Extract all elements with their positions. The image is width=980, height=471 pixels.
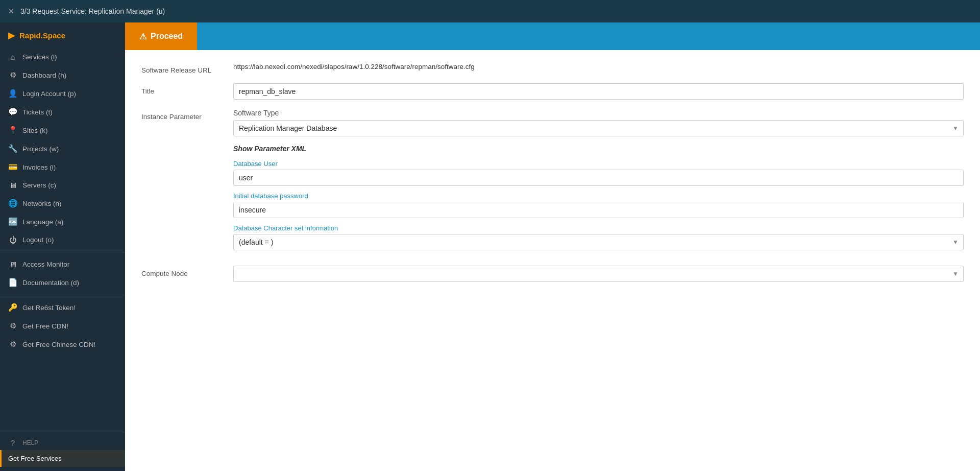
sidebar-item-label: Servers (c) <box>22 181 56 189</box>
db-user-label: Database User <box>233 160 964 168</box>
db-password-input[interactable] <box>233 202 964 218</box>
title-row: Title <box>141 83 964 100</box>
language-icon: 🔤 <box>8 217 17 226</box>
get-free-services-label: Get Free Services <box>8 455 62 462</box>
db-user-input[interactable] <box>233 170 964 186</box>
sidebar-item-tickets[interactable]: 💬 Tickets (t) <box>0 103 125 121</box>
software-release-url-label: Software Release URL <box>141 62 233 74</box>
sidebar-item-label: Projects (w) <box>22 145 59 153</box>
sidebar-item-language[interactable]: 🔤 Language (a) <box>0 213 125 231</box>
sidebar-item-label: Documentation (d) <box>22 279 79 287</box>
db-password-field: Initial database password <box>233 192 964 218</box>
sidebar: ▶ Rapid.Space ⌂ Services (l) ⚙ Dashboard… <box>0 22 125 471</box>
help-label: HELP <box>22 439 38 446</box>
compute-node-select-wrap: ▼ <box>233 266 964 282</box>
sidebar-item-help: ? HELP <box>0 435 125 450</box>
sidebar-item-label: Tickets (t) <box>22 108 53 116</box>
card-icon: 💳 <box>8 162 17 172</box>
top-bar: ✕ 3/3 Request Service: Replication Manag… <box>0 0 980 22</box>
power-icon: ⏻ <box>8 236 17 244</box>
sidebar-item-label: Services (l) <box>22 53 57 61</box>
network-icon: 🌐 <box>8 199 17 208</box>
sidebar-item-label: Invoices (i) <box>22 163 56 171</box>
compute-node-row: Compute Node ▼ <box>141 266 964 282</box>
proceed-button-label: Proceed <box>151 32 183 41</box>
instance-parameter-label: Instance Parameter <box>141 109 233 121</box>
sidebar-item-services[interactable]: ⌂ Services (l) <box>0 48 125 66</box>
sidebar-item-access-monitor[interactable]: 🖥 Access Monitor <box>0 255 125 273</box>
key-icon: 🔑 <box>8 303 17 312</box>
db-charset-select[interactable]: (default = ) <box>233 234 964 250</box>
sidebar-item-label: Logout (o) <box>22 236 54 244</box>
sidebar-item-servers[interactable]: 🖥 Servers (c) <box>0 176 125 194</box>
sidebar-item-networks[interactable]: 🌐 Networks (n) <box>0 194 125 213</box>
sidebar-item-login-account[interactable]: 👤 Login Account (p) <box>0 84 125 103</box>
sidebar-item-get-free-chinese-cdn[interactable]: ⚙ Get Free Chinese CDN! <box>0 335 125 354</box>
title-wrap <box>233 83 964 100</box>
sidebar-divider-3 <box>0 432 125 432</box>
software-type-select[interactable]: Replication Manager Database <box>233 120 964 136</box>
software-type-select-wrap: Replication Manager Database ▼ <box>233 120 964 136</box>
sidebar-item-label: Get Free CDN! <box>22 322 68 330</box>
software-release-url-row: Software Release URL https://lab.nexedi.… <box>141 62 964 74</box>
sidebar-logo: ▶ Rapid.Space <box>0 22 125 48</box>
sidebar-item-sites[interactable]: 📍 Sites (k) <box>0 121 125 139</box>
puzzle-icon: ⚙ <box>8 321 17 331</box>
close-tab-icon[interactable]: ✕ <box>8 7 14 15</box>
sidebar-item-label: Login Account (p) <box>22 90 76 98</box>
sidebar-item-dashboard[interactable]: ⚙ Dashboard (h) <box>0 66 125 84</box>
title-label: Title <box>141 83 233 95</box>
show-parameter-xml-toggle[interactable]: Show Parameter XML <box>233 145 306 153</box>
instance-parameter-wrap: Software Type Replication Manager Databa… <box>233 109 964 256</box>
proceed-button[interactable]: ⚠ Proceed <box>125 22 197 50</box>
db-charset-select-wrap: (default = ) ▼ <box>233 234 964 250</box>
compute-node-label: Compute Node <box>141 266 233 277</box>
user-icon: 👤 <box>8 89 17 98</box>
sidebar-item-label: Sites (k) <box>22 127 48 134</box>
software-type-label: Software Type <box>233 109 964 117</box>
tab-title: 3/3 Request Service: Replication Manager… <box>20 7 165 15</box>
compute-node-wrap: ▼ <box>233 266 964 282</box>
question-icon: ? <box>8 438 17 447</box>
gear-icon: ⚙ <box>8 70 17 80</box>
db-user-field: Database User <box>233 160 964 186</box>
form-area: Software Release URL https://lab.nexedi.… <box>125 50 980 471</box>
db-charset-field: Database Character set information (defa… <box>233 224 964 250</box>
logo-text: Rapid.Space <box>19 31 65 40</box>
logo-icon: ▶ <box>8 30 15 41</box>
chat-icon: 💬 <box>8 107 17 116</box>
home-icon: ⌂ <box>8 53 17 61</box>
sidebar-item-label: Access Monitor <box>22 261 69 268</box>
proceed-bar: ⚠ Proceed <box>125 22 980 50</box>
sidebar-item-get-free-services[interactable]: Get Free Services <box>0 450 125 467</box>
content-area: ⚠ Proceed Software Release URL https://l… <box>125 22 980 471</box>
sidebar-item-label: Networks (n) <box>22 200 62 207</box>
title-input[interactable] <box>233 83 964 100</box>
pin-icon: 📍 <box>8 126 17 135</box>
puzzle2-icon: ⚙ <box>8 340 17 349</box>
sidebar-item-logout[interactable]: ⏻ Logout (o) <box>0 231 125 249</box>
sidebar-item-label: Dashboard (h) <box>22 72 66 79</box>
sidebar-item-invoices[interactable]: 💳 Invoices (i) <box>0 158 125 176</box>
db-password-label: Initial database password <box>233 192 964 200</box>
db-charset-label: Database Character set information <box>233 224 964 232</box>
warning-icon: ⚠ <box>139 32 146 41</box>
sidebar-item-label: Get Free Chinese CDN! <box>22 341 95 348</box>
sidebar-divider-2 <box>0 295 125 295</box>
sidebar-item-projects[interactable]: 🔧 Projects (w) <box>0 139 125 158</box>
sidebar-bottom: ? HELP Get Free Services <box>0 429 125 471</box>
doc-icon: 📄 <box>8 278 17 287</box>
instance-parameter-row: Instance Parameter Software Type Replica… <box>141 109 964 256</box>
sidebar-item-documentation[interactable]: 📄 Documentation (d) <box>0 273 125 292</box>
software-release-url-wrap: https://lab.nexedi.com/nexedi/slapos/raw… <box>233 62 964 70</box>
server-icon: 🖥 <box>8 181 17 190</box>
compute-node-select[interactable] <box>233 266 964 282</box>
sidebar-divider <box>0 252 125 252</box>
sidebar-item-label: Get Re6st Token! <box>22 304 76 312</box>
sidebar-item-label: Language (a) <box>22 218 63 226</box>
sidebar-nav: ⌂ Services (l) ⚙ Dashboard (h) 👤 Login A… <box>0 48 125 429</box>
sidebar-item-get-free-cdn[interactable]: ⚙ Get Free CDN! <box>0 317 125 335</box>
sidebar-item-get-re6st-token[interactable]: 🔑 Get Re6st Token! <box>0 298 125 317</box>
parameter-fields: Database User Initial database password … <box>233 160 964 250</box>
wrench-icon: 🔧 <box>8 144 17 153</box>
